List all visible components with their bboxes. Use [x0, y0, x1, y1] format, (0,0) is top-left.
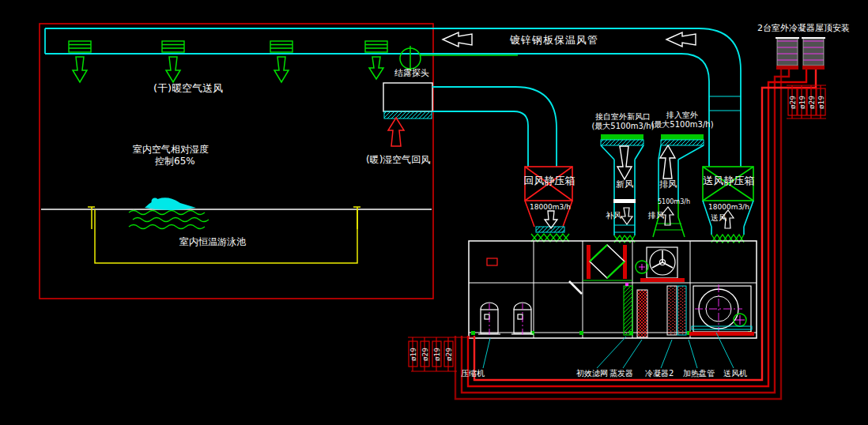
supply-plenum-label: 送风静压箱 [700, 175, 758, 187]
pipe-dia-bl-3: ø19 [432, 343, 441, 367]
exhaust-out-label-line2: (最大5100m3/h) [651, 120, 714, 130]
evaporator-icon [637, 290, 647, 337]
compressor-label: 压缩机 [461, 369, 485, 378]
makeup-air-arrow-icon [621, 208, 632, 224]
compressor-icons [478, 303, 534, 337]
fresh-air-arrow-icon [617, 146, 632, 179]
condenser-units [776, 38, 825, 70]
condenser-label: 2台室外冷凝器屋顶安装 [757, 24, 850, 34]
return-grille [383, 83, 432, 146]
control-box [487, 258, 497, 265]
supply-small-label: 送风 [711, 213, 726, 223]
heating-coil-icon [677, 286, 686, 335]
damper-icon [613, 199, 636, 203]
fresh-air-label: 新风 [616, 180, 633, 190]
louver-icon [601, 134, 643, 140]
return-air-label: (暖)湿空气回风 [366, 155, 430, 166]
pipe-dia-bl-4: ø29 [444, 343, 453, 367]
ceiling-diffusers [69, 41, 387, 52]
pipe-dia-tr-1: ø29 [788, 91, 797, 115]
supply-air-arrows-icon [73, 57, 383, 82]
evaporator-label: 蒸发器 [609, 369, 633, 378]
return-plenum-label: 回风静压箱 [514, 175, 585, 187]
fresh-intake-label-line1: 接自室外新风口 [591, 112, 655, 122]
louver-icon [661, 134, 704, 140]
swimmer-icon [145, 197, 196, 210]
pipe-dia-tr-3: ø29 [807, 91, 816, 115]
pipe-dia-tr-4: ø19 [817, 91, 825, 115]
return-duct [432, 87, 557, 167]
exhaust-air-arrow-icon [660, 145, 675, 179]
exhaust-small-label: 排风 [648, 211, 664, 220]
makeup-small-label: 补风 [606, 211, 621, 220]
humidity-label-line1: 室内空气相对湿度 [133, 145, 209, 156]
exhaust-out-label-line1: 排入室外 [651, 111, 714, 120]
supply-fan-label: 送风机 [723, 369, 747, 378]
pipe-dia-tr-2: ø19 [798, 91, 806, 115]
pool-drain-right-icon [353, 207, 360, 229]
fresh-intake-label-line2: (最大5100m3/h) [591, 122, 655, 131]
return-fan-icon [636, 247, 685, 282]
supply-fan-icon [689, 284, 754, 336]
return-plenum-connection [531, 211, 569, 242]
condenser2-label: 冷凝器2 [645, 369, 674, 378]
filter-icon [624, 286, 632, 335]
return-air-arrow-icon [388, 118, 404, 146]
exhaust-air-label: 排风 [659, 180, 677, 190]
damper-diamond-icon [569, 245, 632, 294]
pool-drain-left-icon [88, 207, 95, 229]
pipe-dia-bl-1: ø19 [409, 343, 417, 367]
pool [41, 197, 432, 263]
pool-label: 室内恒温游泳池 [179, 237, 246, 248]
condenser2-coil-icon [667, 286, 677, 335]
filter-label: 初效滤网 [576, 369, 608, 378]
water-waves-icon [129, 211, 209, 229]
humidity-label-line2: 控制65% [155, 156, 195, 167]
cad-drawing-canvas: 镀锌钢板保温风管 2台室外冷凝器屋顶安装 (干)暖空气送风 室内空气相对湿度 控… [0, 0, 868, 425]
probe-label: 结露探头 [394, 69, 429, 79]
supply-air-label: (干)暖空气送风 [153, 83, 223, 95]
pipe-dia-bl-2: ø29 [421, 343, 429, 367]
return-down-arrow-icon [545, 211, 557, 228]
ahu-unit [469, 241, 757, 338]
supply-flow-label: 18000m3/h [708, 203, 748, 211]
return-flow-label: 18000m3/h [527, 203, 573, 211]
top-duct-label: 镀锌钢板保温风管 [510, 35, 598, 47]
exhaust-flow-label: 5100m3/h [658, 198, 690, 205]
heating-coil-label: 加热盘管 [683, 369, 715, 378]
